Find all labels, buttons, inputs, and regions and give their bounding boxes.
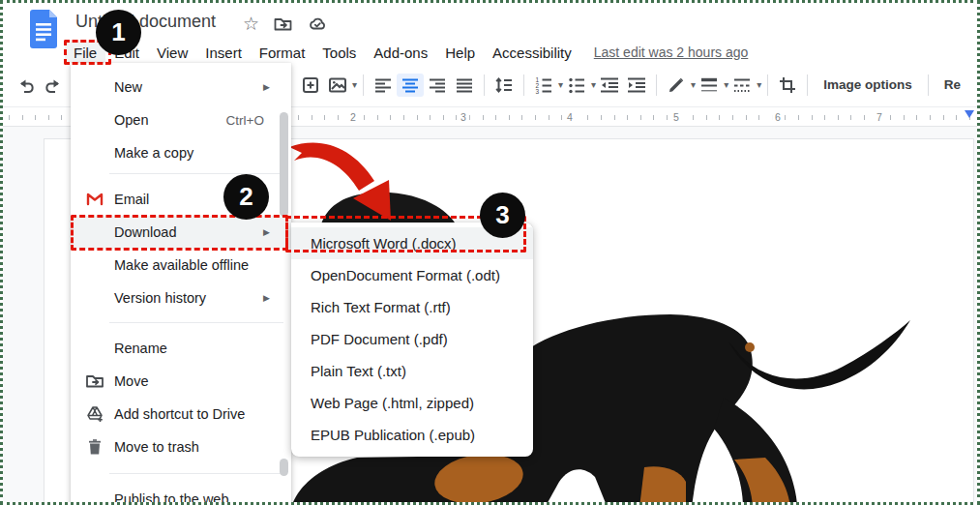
file-menu-item-make-a-copy[interactable]: Make a copy: [71, 136, 291, 169]
file-menu-item-move[interactable]: Move: [71, 365, 291, 398]
highlight-pen-button[interactable]: ▾: [663, 74, 696, 97]
last-edit-link[interactable]: Last edit was 2 hours ago: [594, 45, 749, 60]
ruler-number: 2: [347, 110, 359, 124]
submenu-item-epub[interactable]: EPUB Publication (.epub): [291, 419, 533, 451]
google-docs-window: Untitled document ☆ File Edit View Inser…: [0, 0, 980, 505]
file-menu-item-version-history[interactable]: Version history ▶: [71, 282, 291, 314]
menu-accessibility[interactable]: Accessibility: [484, 42, 580, 64]
border-weight-button[interactable]: ▾: [696, 74, 728, 97]
submenu-item-rich-text[interactable]: Rich Text Format (.rtf): [291, 291, 533, 323]
ruler-number: 4: [564, 110, 576, 124]
align-left-icon[interactable]: [370, 74, 397, 97]
menu-tools[interactable]: Tools: [313, 42, 365, 64]
crop-icon[interactable]: [774, 74, 801, 97]
step-badge-2: 2: [223, 174, 269, 220]
numbered-list-icon[interactable]: 123: [530, 74, 557, 97]
chevron-down-icon[interactable]: ▾: [757, 79, 761, 90]
highlight-pen-icon[interactable]: [663, 74, 690, 97]
menu-divider: [109, 173, 283, 174]
submenu-arrow-icon: ▶: [263, 82, 270, 92]
image-icon[interactable]: [324, 74, 351, 97]
star-icon[interactable]: ☆: [243, 15, 259, 34]
step-badge-1: 1: [96, 10, 141, 55]
file-menu-item-make-available-offline[interactable]: Make available offline: [71, 249, 291, 282]
step-badge-3: 3: [480, 193, 525, 238]
shortcut-label: Ctrl+O: [226, 113, 264, 128]
gmail-icon: [85, 190, 104, 209]
menu-bar: File Edit View Insert Format Tools Add-o…: [65, 40, 748, 65]
file-menu-item-download[interactable]: Download ▶: [71, 216, 291, 249]
submenu-item-plain-text[interactable]: Plain Text (.txt): [291, 355, 533, 387]
align-center-icon[interactable]: [397, 74, 424, 97]
menu-divider: [109, 473, 283, 474]
chevron-down-icon[interactable]: ▾: [352, 79, 357, 90]
submenu-item-pdf[interactable]: PDF Document (.pdf): [291, 323, 533, 355]
move-folder-icon: [85, 371, 104, 391]
menu-view[interactable]: View: [148, 42, 196, 64]
drive-shortcut-icon: [85, 404, 104, 424]
file-menu-item-open[interactable]: Open Ctrl+O: [71, 104, 291, 136]
insert-image-button[interactable]: ▾: [324, 74, 357, 97]
submenu-arrow-icon: ▶: [263, 293, 270, 303]
undo-icon[interactable]: [13, 74, 40, 97]
align-right-icon[interactable]: [424, 74, 451, 97]
ruler-number: 6: [772, 110, 784, 124]
ruler-number: 7: [874, 110, 885, 124]
menu-divider: [109, 322, 283, 323]
redo-icon[interactable]: [40, 74, 67, 97]
decrease-indent-icon[interactable]: [596, 74, 623, 97]
border-dash-icon[interactable]: [728, 74, 756, 97]
submenu-item-opendocument[interactable]: OpenDocument Format (.odt): [291, 259, 533, 291]
google-docs-logo-icon: [28, 9, 59, 49]
header-bar: Untitled document ☆ File Edit View Inser…: [3, 3, 977, 63]
submenu-item-web-page[interactable]: Web Page (.html, zipped): [291, 387, 533, 419]
replace-image-button[interactable]: Re: [935, 77, 970, 92]
bulleted-list-icon[interactable]: [563, 74, 590, 97]
image-options-button[interactable]: Image options: [814, 77, 922, 92]
trash-icon: [85, 437, 104, 457]
menu-insert[interactable]: Insert: [196, 42, 251, 64]
download-submenu: Microsoft Word (.docx) OpenDocument Form…: [291, 223, 533, 457]
menu-scrollbar-thumb[interactable]: [280, 459, 288, 476]
file-menu-item-add-shortcut-to-drive[interactable]: Add shortcut to Drive: [71, 398, 291, 431]
menu-addons[interactable]: Add-ons: [365, 42, 436, 64]
file-menu-item-new[interactable]: New ▶: [71, 71, 291, 104]
increase-indent-icon[interactable]: [623, 74, 650, 97]
file-menu: New ▶ Open Ctrl+O Make a copy Email Down…: [71, 63, 291, 505]
insert-placeholder-icon[interactable]: [297, 74, 324, 97]
align-justify-icon[interactable]: [451, 74, 478, 97]
ruler-number: 5: [670, 110, 682, 124]
file-menu-item-move-to-trash[interactable]: Move to trash: [71, 431, 291, 463]
move-folder-icon[interactable]: [273, 15, 293, 34]
numbered-list-button[interactable]: 123 ▾: [530, 74, 563, 97]
svg-text:3: 3: [536, 87, 540, 94]
line-spacing-icon[interactable]: [490, 74, 518, 97]
file-menu-item-publish-to-the-web[interactable]: Publish to the web: [71, 483, 291, 505]
cloud-saved-icon[interactable]: [307, 15, 328, 34]
submenu-arrow-icon: ▶: [263, 227, 270, 237]
border-weight-icon[interactable]: [696, 74, 723, 97]
bulleted-list-button[interactable]: ▾: [563, 74, 596, 97]
border-dash-button[interactable]: ▾: [728, 74, 761, 97]
menu-scrollbar-thumb[interactable]: [280, 112, 288, 217]
file-menu-item-rename[interactable]: Rename: [71, 332, 291, 365]
menu-format[interactable]: Format: [251, 42, 314, 64]
ruler-number: 3: [458, 110, 469, 124]
menu-help[interactable]: Help: [436, 42, 484, 64]
right-indent-marker[interactable]: [965, 110, 974, 118]
